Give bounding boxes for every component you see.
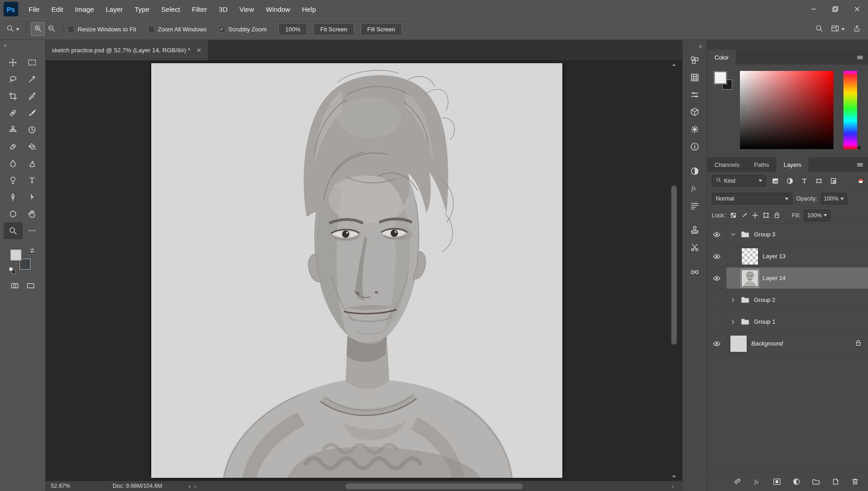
- layer-style-button[interactable]: fx: [752, 477, 762, 487]
- filter-kind-dropdown[interactable]: Kind: [712, 175, 766, 187]
- lock-transparency-icon[interactable]: [729, 211, 738, 220]
- color-picker-cursor[interactable]: [741, 105, 746, 110]
- blocks-panel-button[interactable]: [688, 53, 702, 67]
- group-caret-open-icon[interactable]: [730, 232, 736, 237]
- menu-image[interactable]: Image: [69, 0, 100, 18]
- paint-bucket-tool[interactable]: [23, 138, 42, 155]
- edit-toolbar-tool[interactable]: [23, 222, 42, 239]
- layer-row-body[interactable]: Group 1: [726, 311, 868, 332]
- minimize-button[interactable]: [803, 0, 824, 18]
- layer-visibility-eye-icon[interactable]: [707, 333, 726, 354]
- clone-stamp-tool[interactable]: [4, 121, 23, 138]
- layer-name[interactable]: Layer 14: [763, 275, 786, 281]
- layer-thumbnail[interactable]: [730, 335, 747, 352]
- pen-tool[interactable]: [4, 189, 23, 205]
- delete-layer-button[interactable]: [850, 477, 860, 487]
- scroll-right-icon[interactable]: ›: [668, 483, 678, 490]
- layer-visibility-empty[interactable]: [707, 311, 726, 332]
- layer-visibility-eye-icon[interactable]: [707, 246, 726, 267]
- document-tab[interactable]: sketch practice.psd @ 52.7% (Layer 14, R…: [45, 40, 208, 60]
- active-tool-preview[interactable]: [5, 25, 21, 34]
- tab-layers[interactable]: Layers: [776, 157, 808, 172]
- layer-name[interactable]: Group 1: [754, 318, 775, 325]
- layer-row-body[interactable]: Layer 13: [726, 246, 868, 267]
- lock-pixels-icon[interactable]: [740, 211, 749, 220]
- opacity-field[interactable]: 100%: [821, 193, 847, 205]
- infinity-panel-button[interactable]: [688, 265, 702, 279]
- link-layers-button[interactable]: [733, 477, 743, 487]
- layer-row-group-3[interactable]: Group 3: [707, 224, 868, 246]
- layer-thumbnail[interactable]: [741, 270, 759, 287]
- layer-name[interactable]: Layer 13: [763, 253, 786, 260]
- menu-help[interactable]: Help: [296, 0, 322, 18]
- default-colors-icon[interactable]: [9, 267, 15, 274]
- new-adjustment-button[interactable]: [791, 477, 801, 487]
- layer-row-background[interactable]: Background: [707, 333, 868, 355]
- toolbar-collapse-button[interactable]: «: [0, 40, 10, 50]
- crop-tool[interactable]: [4, 88, 23, 105]
- menu-window[interactable]: Window: [260, 0, 296, 18]
- swap-colors-icon[interactable]: [29, 247, 35, 255]
- list-panel-button[interactable]: [688, 199, 702, 212]
- lock-all-icon[interactable]: [773, 211, 782, 220]
- layer-row-body[interactable]: Group 2: [726, 289, 868, 311]
- hue-slider[interactable]: [843, 71, 857, 149]
- menu-file[interactable]: File: [23, 0, 45, 18]
- horizontal-scrollbar[interactable]: [201, 483, 667, 489]
- tab-channels[interactable]: Channels: [707, 157, 747, 172]
- group-caret-closed-icon[interactable]: [730, 297, 736, 303]
- asterisk-panel-button[interactable]: [688, 122, 702, 136]
- scroll-left-icon[interactable]: ‹: [191, 483, 200, 490]
- tab-color[interactable]: Color: [707, 50, 736, 65]
- canvas-viewport[interactable]: [45, 61, 682, 481]
- share-icon[interactable]: [853, 25, 861, 34]
- zoom-level-field[interactable]: 52.67%: [51, 483, 91, 489]
- zoom-out-button[interactable]: [45, 22, 58, 36]
- layer-thumbnail[interactable]: [741, 248, 759, 265]
- quick-mask-button[interactable]: [11, 282, 19, 291]
- menu-view[interactable]: View: [233, 0, 260, 18]
- panels-collapse-button[interactable]: «: [699, 40, 702, 51]
- fill-screen-button[interactable]: Fill Screen: [361, 23, 402, 35]
- contrast-panel-button[interactable]: [688, 164, 702, 178]
- eraser-tool[interactable]: [4, 138, 23, 155]
- layer-row-body[interactable]: Layer 14: [726, 267, 868, 289]
- layer-row-group-2[interactable]: Group 2: [707, 289, 868, 311]
- hue-slider-marker[interactable]: [857, 145, 860, 150]
- panel-menu-button[interactable]: [857, 157, 868, 172]
- foreground-color-swatch[interactable]: [10, 249, 22, 261]
- fit-screen-button[interactable]: Fit Screen: [313, 23, 354, 35]
- zoom-tool[interactable]: [4, 222, 23, 239]
- menu-layer[interactable]: Layer: [100, 0, 129, 18]
- menu-select[interactable]: Select: [155, 0, 186, 18]
- stamp-panel-button[interactable]: [688, 223, 702, 237]
- fill-field[interactable]: 100%: [804, 210, 830, 221]
- close-button[interactable]: [846, 0, 868, 18]
- layer-row-body[interactable]: Background: [726, 333, 868, 354]
- menu-3d[interactable]: 3D: [213, 0, 233, 18]
- history-brush-tool[interactable]: [23, 121, 42, 138]
- checkbox-unchecked-icon[interactable]: [148, 26, 155, 33]
- search-icon[interactable]: [815, 25, 823, 34]
- menu-edit[interactable]: Edit: [45, 0, 69, 18]
- move-tool[interactable]: [4, 54, 23, 71]
- tab-paths[interactable]: Paths: [747, 157, 776, 172]
- layer-filter-toggle[interactable]: [858, 178, 863, 184]
- filter-adjustment-layer-icon[interactable]: [784, 175, 795, 186]
- canvas-document[interactable]: [151, 63, 562, 478]
- tab-close-icon[interactable]: ✕: [197, 47, 202, 54]
- menu-type[interactable]: Type: [129, 0, 155, 18]
- rectangular-marquee-tool[interactable]: [23, 54, 42, 71]
- scroll-up-icon[interactable]: [672, 64, 676, 66]
- lock-position-icon[interactable]: [751, 211, 760, 220]
- blur-tool[interactable]: [4, 155, 23, 172]
- horizontal-scrollbar-thumb[interactable]: [346, 483, 523, 489]
- lock-artboard-icon[interactable]: [762, 211, 771, 220]
- smudge-tool[interactable]: [23, 155, 42, 172]
- layer-name[interactable]: Group 3: [754, 231, 775, 238]
- filter-pixel-layer-icon[interactable]: [770, 175, 781, 186]
- lasso-tool[interactable]: [4, 71, 23, 88]
- hand-tool[interactable]: [23, 205, 42, 222]
- quick-selection-tool[interactable]: [23, 71, 42, 88]
- path-selection-tool[interactable]: [23, 189, 42, 205]
